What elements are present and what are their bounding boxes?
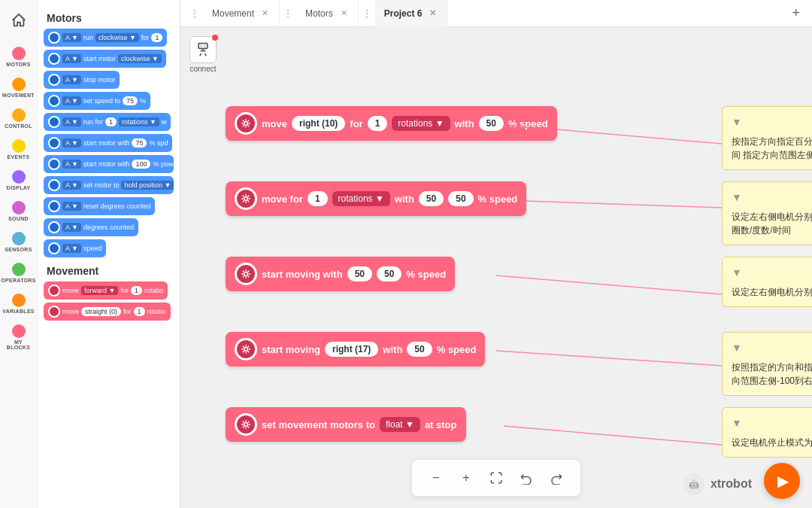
tooltip-5-arrow: ▼ (732, 415, 742, 431)
logo-text: xtrobot (710, 477, 752, 491)
tab-project6[interactable]: Project 6 ✕ (375, 0, 448, 27)
block4-text-startmoving: start moving (262, 344, 320, 355)
sidebar-item-motors[interactable]: MOTORS (1, 42, 37, 71)
svg-line-8 (504, 426, 722, 445)
tab-motors-close[interactable]: ✕ (339, 7, 349, 20)
block3-input-50b[interactable]: 50 (377, 266, 401, 281)
list-item: A ▼ start motor with 100 % pow (44, 155, 174, 173)
sidebar-item-sound[interactable]: SOUND (1, 196, 37, 226)
block1-input-right[interactable]: right (10) (292, 116, 345, 131)
block4-input-right[interactable]: right (17) (325, 342, 378, 357)
block5-motor-icon (235, 413, 257, 436)
svg-point-9 (244, 197, 248, 201)
block-set-speed[interactable]: A ▼ set speed to 75 % (44, 92, 150, 110)
tooltip-4-arrow: ▼ (732, 340, 742, 356)
tooltip-1-arrow: ▼ (732, 114, 742, 130)
block4-text-with: with (383, 344, 402, 355)
redo-button[interactable] (544, 466, 568, 490)
block2-input-50b[interactable]: 50 (448, 191, 473, 206)
fit-button[interactable] (484, 466, 508, 490)
connect-label: connect (189, 65, 216, 73)
block3-text-startmoving: start moving with (262, 269, 343, 280)
zoom-in-button[interactable]: + (454, 466, 478, 490)
tooltip-4-header: ▼ ✕ (732, 340, 812, 356)
svg-line-5 (504, 200, 722, 208)
tab-movement[interactable]: Movement ✕ (203, 0, 280, 27)
tooltip-1-text: 按指定方向指定百分比的速度运行指定的圈数/度数/时间 指定方向范围左侧-100到… (732, 136, 812, 160)
tab-dots-3[interactable]: ⋮ (359, 8, 375, 20)
sidebar-item-variables[interactable]: VARIABLES (1, 289, 37, 318)
block2-input-1[interactable]: 1 (308, 191, 328, 206)
tooltip-4-text: 按照指定的方向和指定百分比的速度开始移动 指定方向范围左侧-100到右侧100 (732, 362, 812, 386)
tab-project6-label: Project 6 (384, 8, 423, 19)
block-degrees-counted[interactable]: A ▼ degrees counted (44, 218, 138, 236)
block-set-motor-hold[interactable]: A ▼ set motor to hold position ▼ (44, 176, 174, 194)
block2-input-50a[interactable]: 50 (419, 191, 444, 206)
tab-dots-2[interactable]: ⋮ (280, 8, 296, 20)
canvas-block-2[interactable]: move for 1 rotations ▼ with 50 50 % spee… (226, 181, 526, 216)
zoom-out-button[interactable]: − (424, 466, 448, 490)
block1-text-for: for (350, 118, 362, 129)
block1-input-1[interactable]: 1 (368, 116, 388, 131)
block3-motor-icon (235, 263, 257, 285)
run-button[interactable]: ▶ (764, 463, 800, 499)
sidebar-item-sensors[interactable]: SENSORS (1, 227, 37, 257)
list-item: A ▼ speed (44, 239, 174, 257)
block2-dropdown-rotations[interactable]: rotations ▼ (332, 191, 390, 206)
block1-dropdown-rotations[interactable]: rotations ▼ (392, 116, 450, 131)
block-start-motor-speed[interactable]: A ▼ start motor with 75 % spd (44, 134, 172, 152)
tooltip-2-arrow: ▼ (732, 190, 742, 205)
sidebar-item-myblocks[interactable]: MY BLOCKS (1, 320, 37, 354)
tab-dots-1[interactable]: ⋮ (186, 8, 203, 20)
svg-line-7 (496, 351, 722, 366)
connect-button[interactable]: connect (189, 36, 217, 73)
block-start-motor-power[interactable]: A ▼ start motor with 100 % pow (44, 155, 174, 173)
block-move-forward[interactable]: move forward ▼ for 1 rotatio (44, 281, 168, 300)
block4-text-speed: % speed (437, 344, 477, 355)
tab-add-button[interactable]: + (786, 5, 806, 21)
tab-movement-close[interactable]: ✕ (260, 7, 270, 20)
list-item: A ▼ degrees counted (44, 218, 174, 236)
block-stop-motor[interactable]: A ▼ stop motor (44, 71, 120, 89)
block3-input-50a[interactable]: 50 (347, 266, 372, 281)
sidebar-item-control[interactable]: CONTROL (1, 104, 37, 133)
tab-project6-close[interactable]: ✕ (428, 7, 438, 20)
block5-text-atstop: at stop (425, 419, 457, 430)
block-run-clockwise[interactable]: A ▼ run clockwise ▼ for 1 (44, 29, 167, 47)
block1-text-with: with (455, 118, 474, 129)
tooltip-3-text: 设定左右侧电机分别为指定百分比的速度并开始移动 (732, 287, 812, 297)
tab-motors[interactable]: Motors ✕ (296, 0, 359, 27)
main-area: ⋮ Movement ✕ ⋮ Motors ✕ ⋮ Project 6 ✕ + (180, 0, 812, 508)
home-button[interactable] (5, 6, 33, 38)
block1-input-50[interactable]: 50 (479, 116, 504, 131)
blocks-panel: Motors A ▼ run clockwise ▼ for 1 A ▼ sta… (38, 0, 180, 508)
block-speed[interactable]: A ▼ speed (44, 239, 106, 257)
list-item: move forward ▼ for 1 rotatio (44, 281, 174, 300)
canvas-block-3[interactable]: start moving with 50 50 % speed (226, 257, 455, 291)
svg-point-11 (244, 348, 248, 351)
tooltip-2-text: 设定左右侧电机分别为指定百分比的速度移动指定的圈数/度数/时间 (732, 211, 812, 236)
tooltip-3-arrow: ▼ (732, 265, 742, 281)
list-item: move straight (0) for 1 rotatio (44, 303, 174, 321)
block-reset-degrees[interactable]: A ▼ reset degrees counted (44, 197, 155, 215)
block5-text-set: set movement motors to (262, 419, 375, 430)
block2-motor-icon (235, 187, 257, 210)
block-run-rotations[interactable]: A ▼ run for 1 rotations ▼ w (44, 113, 171, 131)
sidebar-item-operators[interactable]: OPERATORS (1, 258, 37, 287)
sidebar-item-movement[interactable]: MOVEMENT (1, 73, 37, 102)
canvas-block-1[interactable]: move right (10) for 1 rotations ▼ with 5… (226, 106, 557, 141)
canvas-block-5[interactable]: set movement motors to float ▼ at stop (226, 407, 466, 442)
block-move-straight[interactable]: move straight (0) for 1 rotatio (44, 303, 171, 321)
tooltip-5-text: 设定电机停止模式为保持当前位置/滑行 (732, 437, 812, 448)
bottom-toolbar: − + (412, 460, 580, 496)
block-start-motor[interactable]: A ▼ start motor clockwise ▼ (44, 50, 166, 68)
canvas-block-4[interactable]: start moving right (17) with 50 % speed (226, 332, 485, 367)
block2-text-speed: % speed (478, 193, 518, 205)
undo-button[interactable] (514, 466, 538, 490)
block2-text-movefor: move for (262, 193, 303, 205)
sidebar-item-events[interactable]: EVENTS (1, 135, 37, 164)
svg-text:🤖: 🤖 (689, 479, 699, 489)
sidebar-item-display[interactable]: DISPLAY (1, 166, 37, 195)
block5-dropdown-float[interactable]: float ▼ (380, 417, 420, 432)
block4-input-50[interactable]: 50 (407, 342, 432, 357)
